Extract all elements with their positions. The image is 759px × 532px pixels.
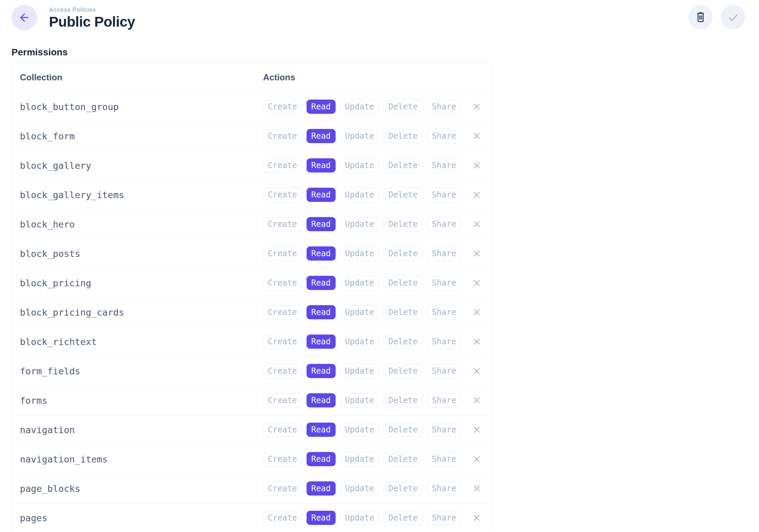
action-create-button[interactable]: Create bbox=[263, 217, 302, 231]
remove-permission-button[interactable] bbox=[470, 129, 483, 143]
action-share-button[interactable]: Share bbox=[427, 481, 461, 496]
action-update-button[interactable]: Update bbox=[340, 305, 379, 319]
remove-permission-button[interactable] bbox=[470, 511, 483, 525]
action-read-button[interactable]: Read bbox=[307, 305, 336, 319]
action-share-button[interactable]: Share bbox=[427, 305, 461, 319]
action-read-button[interactable]: Read bbox=[307, 129, 336, 143]
back-button[interactable] bbox=[11, 5, 37, 30]
action-create-button[interactable]: Create bbox=[263, 129, 302, 143]
action-update-button[interactable]: Update bbox=[340, 393, 379, 407]
action-read-button[interactable]: Read bbox=[307, 246, 336, 261]
action-share-button[interactable]: Share bbox=[427, 100, 461, 114]
permission-row: block_postsCreateReadUpdateDeleteShare bbox=[12, 239, 492, 268]
action-create-button[interactable]: Create bbox=[263, 335, 302, 349]
action-read-button[interactable]: Read bbox=[307, 188, 336, 202]
delete-policy-button[interactable] bbox=[688, 5, 713, 29]
breadcrumb[interactable]: Access Policies bbox=[49, 6, 135, 14]
permission-row: form_fieldsCreateReadUpdateDeleteShare bbox=[12, 356, 492, 386]
action-create-button[interactable]: Create bbox=[263, 393, 302, 407]
action-update-button[interactable]: Update bbox=[340, 423, 379, 437]
action-read-button[interactable]: Read bbox=[307, 217, 336, 231]
action-update-button[interactable]: Update bbox=[340, 100, 379, 114]
action-delete-button[interactable]: Delete bbox=[384, 452, 422, 466]
action-create-button[interactable]: Create bbox=[263, 452, 302, 466]
action-share-button[interactable]: Share bbox=[427, 364, 461, 378]
action-create-button[interactable]: Create bbox=[263, 158, 302, 172]
action-create-button[interactable]: Create bbox=[263, 364, 302, 378]
action-read-button[interactable]: Read bbox=[307, 335, 336, 349]
action-create-button[interactable]: Create bbox=[263, 100, 302, 114]
action-share-button[interactable]: Share bbox=[427, 511, 461, 525]
remove-permission-button[interactable] bbox=[470, 364, 483, 378]
action-share-button[interactable]: Share bbox=[427, 188, 461, 202]
remove-permission-button[interactable] bbox=[470, 394, 483, 407]
action-update-button[interactable]: Update bbox=[340, 158, 379, 172]
remove-permission-button[interactable] bbox=[470, 100, 483, 113]
action-update-button[interactable]: Update bbox=[340, 129, 379, 143]
action-create-button[interactable]: Create bbox=[263, 511, 302, 525]
action-create-button[interactable]: Create bbox=[263, 246, 302, 261]
action-read-button[interactable]: Read bbox=[307, 100, 336, 114]
action-create-button[interactable]: Create bbox=[263, 305, 302, 319]
action-share-button[interactable]: Share bbox=[427, 335, 461, 349]
remove-permission-button[interactable] bbox=[470, 482, 483, 495]
action-update-button[interactable]: Update bbox=[340, 217, 379, 231]
action-delete-button[interactable]: Delete bbox=[384, 364, 422, 378]
action-update-button[interactable]: Update bbox=[340, 481, 379, 496]
remove-permission-button[interactable] bbox=[470, 335, 483, 348]
action-update-button[interactable]: Update bbox=[340, 452, 379, 466]
action-delete-button[interactable]: Delete bbox=[384, 305, 422, 319]
collection-name: block_posts bbox=[20, 248, 263, 259]
action-delete-button[interactable]: Delete bbox=[384, 423, 422, 437]
action-update-button[interactable]: Update bbox=[340, 246, 379, 261]
action-delete-button[interactable]: Delete bbox=[384, 188, 422, 202]
remove-permission-button[interactable] bbox=[470, 276, 483, 290]
action-share-button[interactable]: Share bbox=[427, 158, 461, 172]
action-share-button[interactable]: Share bbox=[427, 129, 461, 143]
action-read-button[interactable]: Read bbox=[307, 276, 336, 290]
action-update-button[interactable]: Update bbox=[340, 364, 379, 378]
remove-permission-button[interactable] bbox=[470, 423, 483, 436]
action-share-button[interactable]: Share bbox=[427, 276, 461, 290]
action-read-button[interactable]: Read bbox=[307, 423, 336, 437]
action-update-button[interactable]: Update bbox=[340, 188, 379, 202]
action-delete-button[interactable]: Delete bbox=[384, 129, 422, 143]
action-read-button[interactable]: Read bbox=[307, 452, 336, 466]
close-icon bbox=[472, 102, 482, 112]
action-create-button[interactable]: Create bbox=[263, 481, 302, 496]
remove-permission-button[interactable] bbox=[470, 217, 483, 231]
permissions-table: Collection Actions block_button_groupCre… bbox=[11, 62, 492, 532]
action-delete-button[interactable]: Delete bbox=[384, 481, 422, 496]
action-delete-button[interactable]: Delete bbox=[384, 393, 422, 407]
action-update-button[interactable]: Update bbox=[340, 276, 379, 290]
action-share-button[interactable]: Share bbox=[427, 246, 461, 261]
action-create-button[interactable]: Create bbox=[263, 188, 302, 202]
action-read-button[interactable]: Read bbox=[307, 511, 336, 525]
remove-permission-button[interactable] bbox=[470, 159, 483, 172]
action-delete-button[interactable]: Delete bbox=[384, 100, 422, 114]
remove-permission-button[interactable] bbox=[470, 247, 483, 260]
action-delete-button[interactable]: Delete bbox=[384, 511, 422, 525]
save-button[interactable] bbox=[721, 5, 745, 29]
action-update-button[interactable]: Update bbox=[340, 335, 379, 349]
action-delete-button[interactable]: Delete bbox=[384, 246, 422, 261]
action-update-button[interactable]: Update bbox=[340, 511, 379, 525]
remove-permission-button[interactable] bbox=[470, 305, 483, 319]
action-read-button[interactable]: Read bbox=[307, 364, 336, 378]
action-delete-button[interactable]: Delete bbox=[384, 217, 422, 231]
action-read-button[interactable]: Read bbox=[307, 393, 336, 407]
remove-permission-button[interactable] bbox=[470, 188, 483, 202]
action-create-button[interactable]: Create bbox=[263, 276, 302, 290]
permission-row: block_button_groupCreateReadUpdateDelete… bbox=[12, 92, 492, 122]
remove-permission-button[interactable] bbox=[470, 452, 483, 466]
action-delete-button[interactable]: Delete bbox=[384, 276, 422, 290]
action-read-button[interactable]: Read bbox=[307, 481, 336, 496]
action-share-button[interactable]: Share bbox=[427, 217, 461, 231]
action-delete-button[interactable]: Delete bbox=[384, 158, 422, 172]
action-share-button[interactable]: Share bbox=[427, 423, 461, 437]
action-delete-button[interactable]: Delete bbox=[384, 335, 422, 349]
action-share-button[interactable]: Share bbox=[427, 393, 461, 407]
action-create-button[interactable]: Create bbox=[263, 423, 302, 437]
action-share-button[interactable]: Share bbox=[427, 452, 461, 466]
action-read-button[interactable]: Read bbox=[307, 158, 336, 172]
